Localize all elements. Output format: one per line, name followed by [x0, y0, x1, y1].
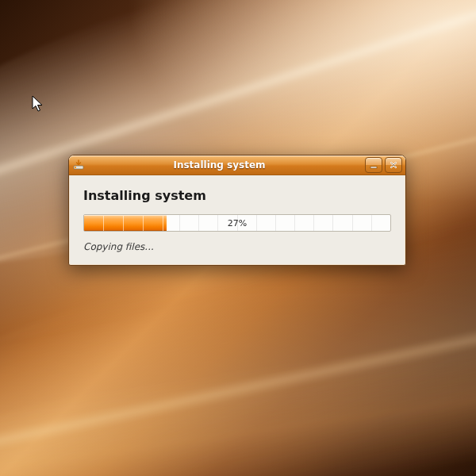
- minimize-icon: [370, 161, 378, 169]
- svg-rect-2: [370, 167, 377, 168]
- close-icon: [390, 161, 397, 169]
- minimize-button[interactable]: [365, 157, 382, 173]
- window-controls: [365, 157, 402, 173]
- install-status-text: Copying files...: [83, 241, 391, 252]
- install-heading: Installing system: [83, 188, 391, 203]
- installer-window: Installing system Installing system: [68, 155, 406, 266]
- background-swoosh: [0, 310, 476, 476]
- progress-percent-label: 27%: [84, 215, 390, 231]
- window-titlebar[interactable]: Installing system: [69, 155, 405, 175]
- install-progress-bar: 27%: [83, 214, 391, 232]
- desktop-background: Installing system Installing system: [0, 0, 476, 476]
- mouse-cursor-icon: [32, 95, 44, 114]
- window-content: Installing system 27% Copying files...: [69, 175, 405, 265]
- window-title: Installing system: [74, 159, 365, 171]
- close-button[interactable]: [385, 157, 402, 173]
